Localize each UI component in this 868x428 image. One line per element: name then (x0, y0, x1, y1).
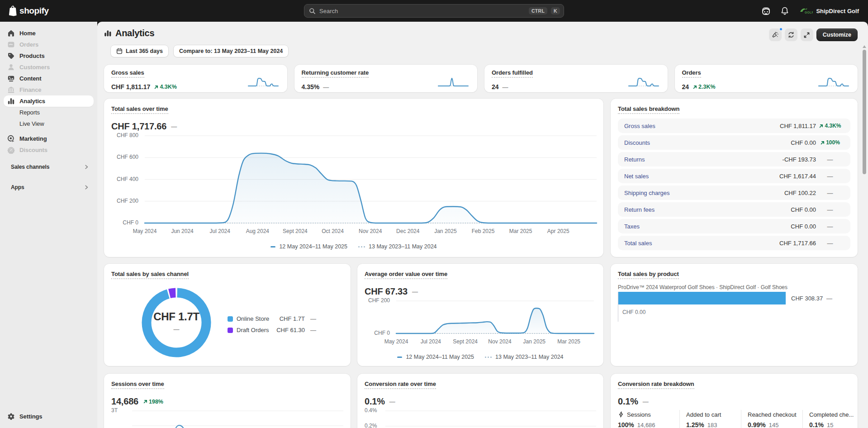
sidebar-item-products[interactable]: Products (4, 50, 94, 62)
channel-name[interactable]: Online Store (237, 315, 280, 322)
breakdown-row-link[interactable]: Total sales (624, 240, 779, 247)
breakdown-row-link[interactable]: Shipping charges (624, 190, 784, 196)
sidebar-item-discounts[interactable]: Discounts (4, 144, 94, 156)
customize-button[interactable]: Customize (816, 29, 858, 41)
shopify-logo[interactable]: shopify (7, 0, 49, 22)
legend-label: 13 May 2023–11 May 2024 (495, 354, 564, 360)
notifications-button[interactable] (778, 4, 792, 18)
store-menu[interactable]: GOLF ShipDirect Golf (797, 5, 862, 17)
page-title: Analytics (104, 28, 858, 38)
breakdown-row-change: 100% (816, 139, 844, 146)
sidekick-button[interactable] (759, 4, 773, 18)
breakdown-row-link[interactable]: Return fees (624, 206, 791, 213)
sparkline-chart (436, 75, 470, 88)
sidebar-item-live-view[interactable]: Live View (4, 118, 94, 129)
breakdown-row-link[interactable]: Net sales (624, 173, 779, 180)
sidebar-item-reports[interactable]: Reports (4, 107, 94, 118)
sidebar-item-content[interactable]: Content (4, 73, 94, 84)
refresh-button[interactable] (785, 29, 797, 41)
sessions-plot (104, 374, 351, 428)
legend-solid-line-marker (270, 246, 275, 247)
breakdown-row-link[interactable]: Discounts (624, 139, 791, 146)
change-badge: 4.3K% (819, 123, 841, 129)
sidebar-item-finance[interactable]: Finance (4, 84, 94, 95)
breakdown-row-value: CHF 0.00 (791, 139, 816, 146)
funnel-step-name: Added to cart (686, 411, 721, 418)
y-axis-label: CHF 0 (374, 330, 390, 336)
insights-button[interactable] (769, 29, 782, 41)
sidebar-item-analytics[interactable]: Analytics (4, 95, 94, 107)
fullscreen-button[interactable] (801, 29, 813, 41)
sidebar-item-customers[interactable]: Customers (4, 62, 94, 73)
dash-glyph: — (323, 84, 329, 90)
no-change-dash: — (643, 398, 649, 405)
metric-value-row: 4.35%— (302, 83, 329, 90)
breakdown-row: Shipping chargesCHF 100.22— (618, 185, 850, 200)
card-title: Orders fulfilled (492, 69, 533, 78)
scrollbar-up-arrow[interactable] (863, 45, 866, 48)
funnel-step-2: Added to cart1.25%183 (679, 410, 741, 428)
funnel-step-values: 0.99%145 (748, 421, 802, 428)
y-axis-label: CHF 200 (368, 297, 390, 304)
compare-chip[interactable]: Compare to: 13 May 2023–11 May 2024 (174, 45, 288, 57)
breakdown-row-link[interactable]: Taxes (624, 223, 791, 230)
page-scrollbar[interactable] (861, 43, 868, 428)
sidebar-item-marketing[interactable]: Marketing (4, 133, 94, 144)
breakdown-row-link[interactable]: Returns (624, 156, 783, 163)
metric-card-orders: Orders242.3K% (675, 65, 858, 92)
channel-name[interactable]: Draft Orders (237, 327, 276, 333)
store-name: ShipDirect Golf (816, 8, 859, 14)
average_order_value_over_time-plot (357, 264, 603, 366)
chart-legend: 12 May 2024–11 May 202513 May 2023–11 Ma… (357, 354, 603, 360)
x-axis-label: May 2024 (133, 228, 157, 234)
conversion-funnel: Sessions100%14,686Added to cart1.25%183R… (618, 410, 858, 428)
change-value: 4.3K% (160, 84, 177, 90)
svg-text:GOLF: GOLF (805, 11, 813, 14)
x-axis-label: Jul 2024 (421, 338, 441, 345)
shopify-bag-icon (7, 5, 17, 16)
breakdown-row-change: — (816, 190, 844, 196)
search-input[interactable]: Search CTRL K (304, 4, 564, 18)
dash-glyph: — (503, 84, 508, 90)
breakdown-row-change: — (816, 206, 844, 213)
product-bar-chart (611, 264, 858, 366)
card-title: Orders (682, 69, 701, 78)
sidebar-item-label: Products (19, 52, 45, 59)
sidebar-group-apps[interactable]: Apps (4, 181, 94, 193)
sidebar-group-label: Apps (11, 184, 24, 190)
breakdown-row-change: — (816, 173, 844, 180)
magic-wand-icon (772, 31, 779, 38)
funnel-step-count: 145 (769, 422, 779, 428)
no-change-dash: — (323, 84, 329, 90)
date-range-chip[interactable]: Last 365 days (111, 45, 168, 57)
flash-icon (618, 411, 624, 418)
breakdown-row-change: 4.3K% (816, 123, 844, 129)
legend-swatch (228, 316, 233, 322)
no-change-dash: — (827, 156, 833, 163)
kbd-k: K (551, 7, 560, 15)
sidebar-item-home[interactable]: Home (4, 28, 94, 39)
x-axis-label: Mar 2025 (557, 338, 580, 345)
sidebar-item-label: Settings (19, 413, 42, 420)
x-axis-label: Mar 2025 (509, 228, 532, 234)
analytics-icon (104, 29, 112, 37)
scrollbar-thumb[interactable] (863, 50, 866, 174)
funnel-step-count: 183 (707, 422, 717, 428)
kbd-ctrl: CTRL (529, 7, 547, 15)
dash-glyph: — (643, 398, 649, 405)
breakdown-row-link[interactable]: Gross sales (624, 123, 780, 129)
metric-card-orders-fulfilled: Orders fulfilled24— (484, 65, 668, 92)
sidebar-group-sales-channels[interactable]: Sales channels (4, 161, 94, 173)
metric-value-row: 242.3K% (682, 83, 716, 90)
breakdown-row-value: CHF 0.00 (791, 206, 816, 213)
legend-compare-period: 13 May 2023–11 May 2024 (485, 354, 564, 360)
metric-value-row: CHF 1,811.174.3K% (111, 83, 177, 90)
sidebar-item-orders[interactable]: Orders (4, 39, 94, 50)
sidebar-item-label: Discounts (19, 147, 47, 153)
donut-center-value: CHF 1.7T (140, 310, 213, 323)
sidebar-item-settings[interactable]: Settings (4, 411, 94, 422)
products-icon (7, 52, 15, 60)
sidebar-item-label: Finance (19, 86, 41, 93)
chart-value: 0.1% (618, 396, 638, 407)
x-axis-label: Apr 2025 (547, 228, 569, 234)
